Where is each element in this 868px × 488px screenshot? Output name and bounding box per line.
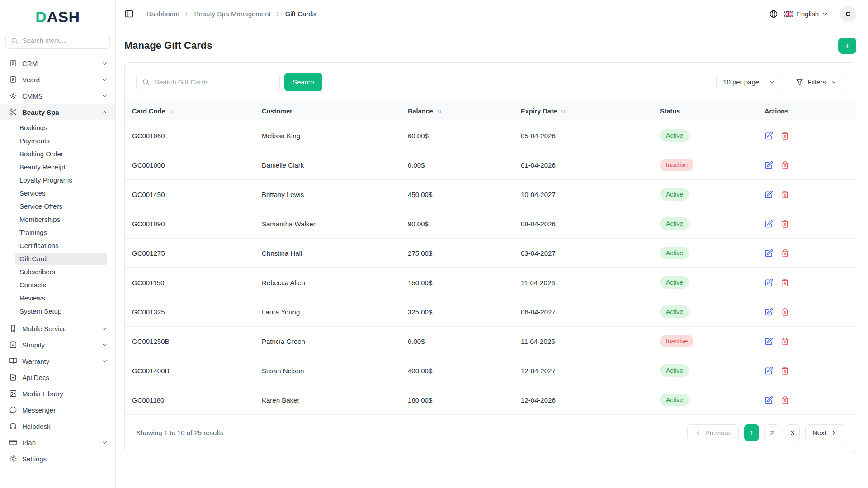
delete-button[interactable] — [781, 220, 789, 228]
edit-button[interactable] — [764, 220, 773, 228]
chevron-right-icon — [184, 11, 190, 17]
sidebar-subitem[interactable]: Service Offers — [15, 200, 107, 213]
sidebar-item-warranty[interactable]: Warranty — [0, 353, 115, 369]
edit-button[interactable] — [764, 131, 773, 140]
smartphone-icon — [9, 324, 17, 333]
edit-button[interactable] — [764, 190, 773, 199]
sidebar-item-plan[interactable]: Plan — [0, 434, 115, 450]
breadcrumb-dashboard[interactable]: Dashboard — [146, 10, 179, 18]
beauty-spa-submenu: Bookings Payments Booking Order Beauty R… — [0, 120, 115, 320]
chevron-left-icon — [694, 429, 701, 436]
cell-expiry-date: 06-04-2027 — [514, 297, 653, 327]
sidebar-item-crm[interactable]: CRM — [0, 55, 115, 71]
delete-button[interactable] — [781, 366, 789, 375]
per-page-select[interactable]: 10 per page — [716, 73, 782, 91]
sidebar-subitem[interactable]: Trainings — [15, 226, 107, 239]
cell-customer: Patricia Green — [255, 327, 401, 356]
trash-icon — [781, 131, 789, 140]
globe-icon[interactable] — [769, 9, 778, 19]
image-icon — [9, 389, 17, 398]
filters-label: Filters — [807, 78, 826, 86]
sidebar-item-media-library[interactable]: Media Library — [0, 385, 115, 402]
cell-card-code: GC001325 — [125, 297, 255, 327]
search-button[interactable]: Search — [284, 73, 322, 91]
cell-card-code: GC001450 — [125, 180, 255, 209]
edit-button[interactable] — [764, 278, 773, 287]
column-header-expiry-date[interactable]: Expiry Date↑↓ — [514, 101, 653, 121]
brand-logo-accent: D — [35, 8, 47, 25]
edit-button[interactable] — [764, 308, 773, 316]
add-gift-card-button[interactable]: + — [838, 38, 856, 54]
cell-expiry-date: 12-04-2026 — [514, 385, 653, 415]
breadcrumb-beauty-spa-management[interactable]: Beauty Spa Management — [194, 10, 270, 18]
gift-card-search-input[interactable] — [154, 78, 274, 86]
sidebar-search-input[interactable] — [22, 37, 104, 45]
sidebar-subitem[interactable]: Certifications — [15, 239, 107, 252]
delete-button[interactable] — [781, 190, 789, 199]
sidebar-subitem[interactable]: Loyalty Programs — [15, 174, 107, 187]
page-button[interactable]: 1 — [744, 424, 759, 441]
cell-status: Inactive — [653, 150, 757, 180]
sidebar-subitem[interactable]: Subscribers — [15, 266, 107, 278]
cell-card-code: GC001250B — [125, 327, 255, 356]
next-page-button[interactable]: Next — [805, 424, 844, 441]
cell-expiry-date: 10-04-2027 — [514, 180, 653, 209]
cell-card-code: GC001000 — [125, 150, 255, 180]
column-header-balance[interactable]: Balance↑↓ — [401, 101, 514, 121]
cell-status: Active — [653, 385, 757, 415]
avatar[interactable]: C — [840, 6, 856, 22]
cell-actions — [757, 180, 856, 209]
column-header-customer: Customer — [255, 101, 401, 121]
sidebar-item-label: Warranty — [22, 357, 96, 365]
sidebar-item-settings[interactable]: Settings — [0, 450, 115, 467]
delete-button[interactable] — [781, 131, 789, 140]
delete-button[interactable] — [781, 308, 789, 316]
sidebar-item-mobile-service[interactable]: Mobile Service — [0, 320, 115, 337]
status-badge: Inactive — [660, 159, 693, 171]
edit-button[interactable] — [764, 337, 773, 346]
cell-expiry-date: 11-04-2025 — [514, 327, 653, 356]
sidebar-item-helpdesk[interactable]: Helpdesk — [0, 418, 115, 434]
cell-actions — [757, 268, 856, 297]
language-selector[interactable]: English — [784, 10, 828, 18]
page-button[interactable]: 3 — [785, 424, 800, 441]
page-button[interactable]: 2 — [764, 424, 779, 441]
sidebar-subitem[interactable]: Beauty Receipt — [15, 161, 107, 174]
delete-button[interactable] — [781, 278, 789, 287]
sidebar-subitem[interactable]: Gift Card — [15, 253, 107, 265]
filters-button[interactable]: Filters — [788, 73, 844, 91]
sidebar-subitem[interactable]: Bookings — [15, 122, 107, 134]
sidebar-item-label: Vcard — [22, 76, 96, 84]
sidebar-item-api-docs[interactable]: Api Docs — [0, 369, 115, 385]
delete-button[interactable] — [781, 249, 789, 258]
edit-button[interactable] — [764, 249, 773, 258]
sidebar-item-beauty-spa[interactable]: Beauty Spa — [0, 104, 115, 120]
sort-icon: ↑↓ — [169, 108, 174, 114]
delete-button[interactable] — [781, 396, 789, 404]
table-row: GC001450 Brittany Lewis 450.00$ 10-04-20… — [125, 180, 856, 209]
previous-page-button[interactable]: Previous — [687, 424, 739, 441]
edit-button[interactable] — [764, 161, 773, 169]
sidebar-item-cmms[interactable]: CMMS — [0, 88, 115, 104]
cell-customer: Brittany Lewis — [255, 180, 401, 209]
delete-button[interactable] — [781, 161, 789, 169]
sidebar-subitem[interactable]: Memberships — [15, 213, 107, 226]
sidebar-item-messenger[interactable]: Messenger — [0, 402, 115, 418]
sidebar-subitem[interactable]: Services — [15, 187, 107, 200]
sidebar-subitem[interactable]: Payments — [15, 135, 107, 147]
sidebar-item-shopify[interactable]: Shopify — [0, 337, 115, 353]
delete-button[interactable] — [781, 337, 789, 346]
sidebar-subitem[interactable]: System Setup — [15, 305, 107, 318]
sidebar-subitem[interactable]: Reviews — [15, 292, 107, 305]
sidebar-toggle-icon[interactable] — [124, 9, 134, 19]
column-header-card-code[interactable]: Card Code↑↓ — [125, 101, 255, 121]
sidebar-item-vcard[interactable]: Vcard — [0, 71, 115, 88]
sidebar-item-label: Mobile Service — [22, 325, 96, 333]
table-row: GC001180 Karen Baker 180.00$ 12-04-2026 … — [125, 385, 856, 415]
sidebar-subitem[interactable]: Contacts — [15, 279, 107, 291]
edit-button[interactable] — [764, 366, 773, 375]
cell-expiry-date: 01-04-2026 — [514, 150, 653, 180]
sidebar-subitem[interactable]: Booking Order — [15, 148, 107, 160]
cell-customer: Karen Baker — [255, 385, 401, 415]
edit-button[interactable] — [764, 396, 773, 404]
